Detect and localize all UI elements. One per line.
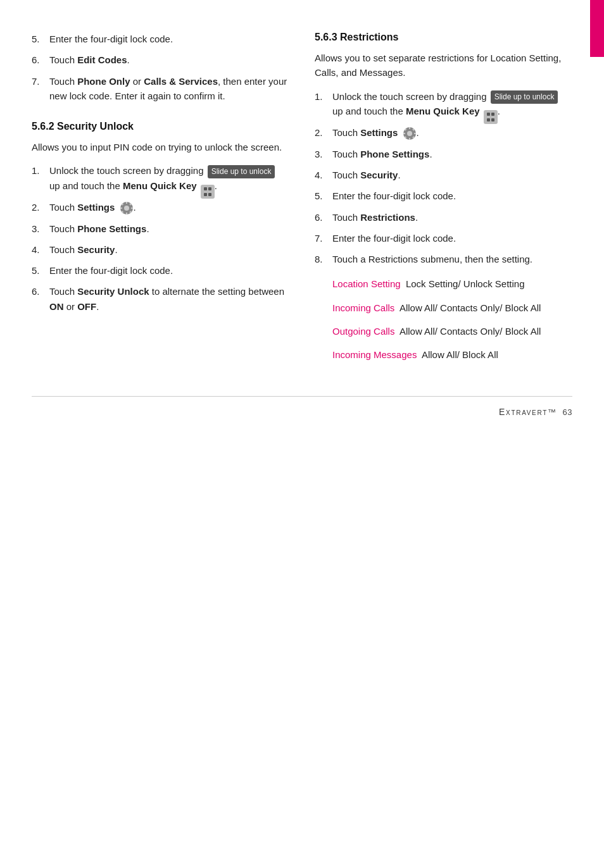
svg-rect-13 bbox=[409, 138, 410, 140]
list-item: 6. Touch Edit Codes. bbox=[32, 53, 289, 67]
list-num: 7. bbox=[32, 74, 49, 89]
list-item: 5. Enter the four-digit lock code. bbox=[32, 263, 289, 278]
bold-text: Phone Settings bbox=[360, 149, 429, 159]
list-num: 1. bbox=[32, 163, 49, 178]
page-number: 63 bbox=[563, 407, 573, 417]
list-num: 4. bbox=[315, 168, 332, 182]
bold-text: Menu Quick Key bbox=[123, 180, 197, 191]
right-column: 5.6.3 Restrictions Allows you to set sep… bbox=[315, 32, 572, 371]
list-content: Enter the four-digit lock code. bbox=[49, 32, 289, 46]
list-num: 1. bbox=[315, 89, 332, 104]
list-item: 2. Touch Settings bbox=[315, 125, 572, 140]
list-content: Touch a Restrictions submenu, then the s… bbox=[332, 252, 572, 266]
brand-name: Extravert bbox=[499, 407, 548, 417]
svg-point-11 bbox=[407, 131, 412, 136]
list-content: Touch Phone Settings. bbox=[49, 221, 289, 236]
list-content: Enter the four-digit lock code. bbox=[332, 189, 572, 203]
list-item: 4. Touch Security. bbox=[32, 242, 289, 257]
bold-text: Settings bbox=[77, 202, 115, 213]
list-item: 5. Enter the four-digit lock code. bbox=[32, 32, 289, 46]
list-content: Touch Edit Codes. bbox=[49, 53, 289, 67]
bold-text: Restrictions bbox=[360, 212, 415, 223]
list-num: 5. bbox=[315, 189, 332, 203]
list-num: 6. bbox=[32, 53, 49, 67]
slide-up-badge: Slide up to unlock bbox=[491, 90, 558, 104]
list-num: 6. bbox=[32, 284, 49, 299]
list-num: 3. bbox=[32, 221, 49, 236]
bold-text: Calls & Services bbox=[144, 76, 218, 87]
slide-up-badge: Slide up to unlock bbox=[208, 165, 275, 178]
menu-quick-key-icon bbox=[484, 105, 498, 119]
svg-rect-4 bbox=[120, 208, 122, 209]
bold-text: Security bbox=[360, 170, 398, 180]
bold-text: OFF bbox=[77, 301, 96, 312]
list-item: 4. Touch Security. bbox=[315, 168, 572, 182]
list-num: 5. bbox=[32, 32, 49, 46]
svg-rect-15 bbox=[414, 133, 416, 134]
list-item: 6. Touch Restrictions. bbox=[315, 210, 572, 225]
list-content: Touch Restrictions. bbox=[332, 210, 572, 225]
list-content: Unlock the touch screen by dragging Slid… bbox=[332, 89, 572, 119]
restriction-term: Incoming Calls bbox=[332, 302, 394, 313]
list-num: 2. bbox=[32, 200, 49, 214]
page: 5. Enter the four-digit lock code. 6. To… bbox=[0, 0, 604, 868]
list-item: 6. Touch Security Unlock to alternate th… bbox=[32, 284, 289, 314]
list-content: Touch Settings bbox=[332, 125, 572, 140]
restriction-location: Location Setting Lock Setting/ Unlock Se… bbox=[332, 276, 572, 291]
left-column: 5. Enter the four-digit lock code. 6. To… bbox=[32, 32, 289, 371]
svg-rect-5 bbox=[131, 208, 133, 209]
settings-icon bbox=[403, 127, 417, 140]
pink-tab bbox=[590, 0, 604, 57]
list-num: 3. bbox=[315, 147, 332, 161]
list-item: 1. Unlock the touch screen by dragging S… bbox=[315, 89, 572, 119]
bold-text: Settings bbox=[360, 127, 398, 138]
list-item: 7. Touch Phone Only or Calls & Services,… bbox=[32, 74, 289, 104]
list-num: 5. bbox=[32, 263, 49, 278]
list-item: 3. Touch Phone Settings. bbox=[315, 147, 572, 161]
list-content: Enter the four-digit lock code. bbox=[49, 263, 289, 278]
list-item: 2. Touch Settings bbox=[32, 200, 289, 215]
list-item: 8. Touch a Restrictions submenu, then th… bbox=[315, 252, 572, 266]
restriction-outgoing-calls: Outgoing Calls Allow All/ Contacts Only/… bbox=[332, 324, 572, 338]
restriction-term: Incoming Messages bbox=[332, 349, 417, 360]
list-content: Touch Phone Settings. bbox=[332, 147, 572, 161]
list-item: 5. Enter the four-digit lock code. bbox=[315, 189, 572, 203]
bold-text: Security Unlock bbox=[77, 286, 149, 297]
list-content: Enter the four-digit lock code. bbox=[332, 231, 572, 245]
footer: Extravert ™ 63 bbox=[32, 403, 572, 417]
svg-rect-14 bbox=[403, 133, 405, 134]
bold-text: Security bbox=[77, 244, 115, 255]
list-item: 7. Enter the four-digit lock code. bbox=[315, 231, 572, 245]
bold-text: Phone Settings bbox=[77, 223, 146, 234]
list-num: 2. bbox=[315, 125, 332, 140]
svg-rect-3 bbox=[126, 213, 127, 214]
list-num: 8. bbox=[315, 252, 332, 266]
bold-text: Edit Codes bbox=[77, 54, 127, 65]
restriction-term: Outgoing Calls bbox=[332, 326, 394, 337]
list-content: Unlock the touch screen by dragging Slid… bbox=[49, 163, 289, 193]
bold-text: Phone Only bbox=[77, 76, 130, 87]
list-content: Touch Security. bbox=[332, 168, 572, 182]
section-562-para: Allows you to input PIN code on trying t… bbox=[32, 140, 289, 154]
list-num: 7. bbox=[315, 231, 332, 245]
menu-quick-key-icon bbox=[201, 180, 215, 194]
list-item: 3. Touch Phone Settings. bbox=[32, 221, 289, 236]
svg-rect-2 bbox=[126, 202, 127, 204]
bold-text: Menu Quick Key bbox=[406, 106, 480, 116]
bold-text: ON bbox=[49, 301, 64, 312]
section-heading-563: 5.6.3 Restrictions bbox=[315, 32, 572, 43]
list-content: Touch Security Unlock to alternate the s… bbox=[49, 284, 289, 314]
trademark: ™ bbox=[548, 407, 557, 417]
page-divider bbox=[32, 396, 572, 397]
list-num: 6. bbox=[315, 210, 332, 225]
settings-icon bbox=[120, 201, 134, 215]
list-content: Touch Security. bbox=[49, 242, 289, 257]
list-item: 1. Unlock the touch screen by dragging S… bbox=[32, 163, 289, 193]
svg-rect-12 bbox=[409, 127, 410, 129]
restriction-incoming-messages: Incoming Messages Allow All/ Block All bbox=[332, 347, 572, 362]
list-content: Touch Settings bbox=[49, 200, 289, 215]
svg-point-1 bbox=[124, 206, 129, 211]
section-563-para: Allows you to set separate restrictions … bbox=[315, 51, 572, 80]
list-num: 4. bbox=[32, 242, 49, 257]
restriction-term: Location Setting bbox=[332, 278, 401, 289]
